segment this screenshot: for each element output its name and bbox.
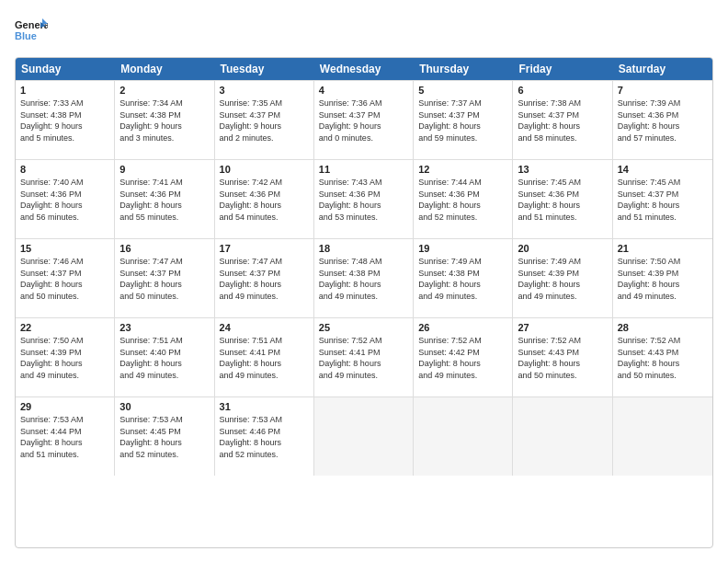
calendar-cell: 3 Sunrise: 7:35 AMSunset: 4:37 PMDayligh… xyxy=(215,81,314,159)
day-number: 19 xyxy=(418,243,507,254)
weekday-header: Monday xyxy=(115,58,214,80)
day-info: Sunrise: 7:52 AMSunset: 4:43 PMDaylight:… xyxy=(618,335,708,381)
day-info: Sunrise: 7:43 AMSunset: 4:36 PMDaylight:… xyxy=(319,177,408,223)
day-number: 16 xyxy=(119,243,209,254)
day-number: 25 xyxy=(319,322,408,333)
calendar-row: 22 Sunrise: 7:50 AMSunset: 4:39 PMDaylig… xyxy=(16,317,712,396)
calendar-cell: 21 Sunrise: 7:50 AMSunset: 4:39 PMDaylig… xyxy=(613,239,712,317)
weekday-header: Wednesday xyxy=(314,58,414,80)
calendar-cell: 18 Sunrise: 7:48 AMSunset: 4:38 PMDaylig… xyxy=(314,239,414,317)
calendar-cell: 9 Sunrise: 7:41 AMSunset: 4:36 PMDayligh… xyxy=(115,160,214,238)
calendar-cell: 31 Sunrise: 7:53 AMSunset: 4:46 PMDaylig… xyxy=(215,397,314,476)
day-info: Sunrise: 7:49 AMSunset: 4:39 PMDaylight:… xyxy=(518,256,607,302)
weekday-header: Saturday xyxy=(613,58,712,80)
page: General Blue SundayMondayTuesdayWednesda… xyxy=(0,0,728,563)
day-number: 4 xyxy=(319,85,408,96)
day-number: 29 xyxy=(20,401,109,412)
calendar-cell: 17 Sunrise: 7:47 AMSunset: 4:37 PMDaylig… xyxy=(215,239,314,317)
calendar-row: 29 Sunrise: 7:53 AMSunset: 4:44 PMDaylig… xyxy=(16,396,712,476)
day-number: 30 xyxy=(119,401,209,412)
day-number: 12 xyxy=(418,164,507,175)
day-info: Sunrise: 7:46 AMSunset: 4:37 PMDaylight:… xyxy=(20,256,109,302)
calendar-cell: 30 Sunrise: 7:53 AMSunset: 4:45 PMDaylig… xyxy=(115,397,214,476)
day-number: 13 xyxy=(518,164,607,175)
calendar-cell: 10 Sunrise: 7:42 AMSunset: 4:36 PMDaylig… xyxy=(215,160,314,238)
calendar-cell: 15 Sunrise: 7:46 AMSunset: 4:37 PMDaylig… xyxy=(16,239,115,317)
calendar-cell: 25 Sunrise: 7:52 AMSunset: 4:41 PMDaylig… xyxy=(314,318,414,396)
day-number: 21 xyxy=(618,243,708,254)
day-number: 27 xyxy=(518,322,607,333)
calendar-cell xyxy=(613,397,712,476)
calendar-cell: 14 Sunrise: 7:45 AMSunset: 4:37 PMDaylig… xyxy=(613,160,712,238)
calendar-row: 1 Sunrise: 7:33 AMSunset: 4:38 PMDayligh… xyxy=(16,80,712,159)
day-info: Sunrise: 7:37 AMSunset: 4:37 PMDaylight:… xyxy=(418,98,507,144)
calendar-cell: 5 Sunrise: 7:37 AMSunset: 4:37 PMDayligh… xyxy=(414,81,513,159)
weekday-header: Sunday xyxy=(16,58,115,80)
weekday-header: Thursday xyxy=(414,58,513,80)
day-info: Sunrise: 7:45 AMSunset: 4:36 PMDaylight:… xyxy=(518,177,607,223)
calendar-cell: 1 Sunrise: 7:33 AMSunset: 4:38 PMDayligh… xyxy=(16,81,115,159)
calendar-cell: 22 Sunrise: 7:50 AMSunset: 4:39 PMDaylig… xyxy=(16,318,115,396)
calendar-cell: 6 Sunrise: 7:38 AMSunset: 4:37 PMDayligh… xyxy=(513,81,612,159)
day-info: Sunrise: 7:52 AMSunset: 4:42 PMDaylight:… xyxy=(418,335,507,381)
day-info: Sunrise: 7:53 AMSunset: 4:44 PMDaylight:… xyxy=(20,414,109,460)
day-info: Sunrise: 7:49 AMSunset: 4:38 PMDaylight:… xyxy=(418,256,507,302)
day-info: Sunrise: 7:52 AMSunset: 4:43 PMDaylight:… xyxy=(518,335,607,381)
calendar-cell: 11 Sunrise: 7:43 AMSunset: 4:36 PMDaylig… xyxy=(314,160,414,238)
day-number: 5 xyxy=(418,85,507,96)
logo: General Blue xyxy=(15,15,48,48)
calendar-cell: 13 Sunrise: 7:45 AMSunset: 4:36 PMDaylig… xyxy=(513,160,612,238)
day-info: Sunrise: 7:44 AMSunset: 4:36 PMDaylight:… xyxy=(418,177,507,223)
day-number: 1 xyxy=(20,85,109,96)
calendar-row: 8 Sunrise: 7:40 AMSunset: 4:36 PMDayligh… xyxy=(16,159,712,238)
day-info: Sunrise: 7:36 AMSunset: 4:37 PMDaylight:… xyxy=(319,98,408,144)
calendar: SundayMondayTuesdayWednesdayThursdayFrid… xyxy=(15,57,713,548)
calendar-cell: 24 Sunrise: 7:51 AMSunset: 4:41 PMDaylig… xyxy=(215,318,314,396)
calendar-cell: 12 Sunrise: 7:44 AMSunset: 4:36 PMDaylig… xyxy=(414,160,513,238)
day-info: Sunrise: 7:38 AMSunset: 4:37 PMDaylight:… xyxy=(518,98,607,144)
day-info: Sunrise: 7:50 AMSunset: 4:39 PMDaylight:… xyxy=(20,335,109,381)
day-number: 8 xyxy=(20,164,109,175)
day-number: 14 xyxy=(618,164,708,175)
day-info: Sunrise: 7:34 AMSunset: 4:38 PMDaylight:… xyxy=(119,98,209,144)
day-number: 20 xyxy=(518,243,607,254)
day-number: 7 xyxy=(618,85,708,96)
calendar-body: 1 Sunrise: 7:33 AMSunset: 4:38 PMDayligh… xyxy=(16,80,712,476)
calendar-row: 15 Sunrise: 7:46 AMSunset: 4:37 PMDaylig… xyxy=(16,238,712,317)
calendar-cell: 29 Sunrise: 7:53 AMSunset: 4:44 PMDaylig… xyxy=(16,397,115,476)
svg-text:Blue: Blue xyxy=(15,30,37,41)
day-info: Sunrise: 7:53 AMSunset: 4:46 PMDaylight:… xyxy=(220,414,309,460)
day-info: Sunrise: 7:40 AMSunset: 4:36 PMDaylight:… xyxy=(20,177,109,223)
day-info: Sunrise: 7:47 AMSunset: 4:37 PMDaylight:… xyxy=(119,256,209,302)
calendar-cell: 16 Sunrise: 7:47 AMSunset: 4:37 PMDaylig… xyxy=(115,239,214,317)
day-info: Sunrise: 7:52 AMSunset: 4:41 PMDaylight:… xyxy=(319,335,408,381)
calendar-cell: 23 Sunrise: 7:51 AMSunset: 4:40 PMDaylig… xyxy=(115,318,214,396)
calendar-cell xyxy=(513,397,612,476)
day-number: 17 xyxy=(220,243,309,254)
calendar-cell: 20 Sunrise: 7:49 AMSunset: 4:39 PMDaylig… xyxy=(513,239,612,317)
day-info: Sunrise: 7:41 AMSunset: 4:36 PMDaylight:… xyxy=(119,177,209,223)
day-info: Sunrise: 7:48 AMSunset: 4:38 PMDaylight:… xyxy=(319,256,408,302)
day-number: 23 xyxy=(119,322,209,333)
calendar-cell xyxy=(314,397,414,476)
logo-bird-icon: General Blue xyxy=(15,15,48,48)
day-number: 31 xyxy=(220,401,309,412)
day-number: 28 xyxy=(618,322,708,333)
day-number: 15 xyxy=(20,243,109,254)
calendar-cell: 7 Sunrise: 7:39 AMSunset: 4:36 PMDayligh… xyxy=(613,81,712,159)
calendar-cell: 8 Sunrise: 7:40 AMSunset: 4:36 PMDayligh… xyxy=(16,160,115,238)
day-number: 18 xyxy=(319,243,408,254)
day-number: 2 xyxy=(119,85,209,96)
weekday-header: Friday xyxy=(513,58,612,80)
day-info: Sunrise: 7:45 AMSunset: 4:37 PMDaylight:… xyxy=(618,177,708,223)
calendar-cell: 4 Sunrise: 7:36 AMSunset: 4:37 PMDayligh… xyxy=(314,81,414,159)
day-number: 9 xyxy=(119,164,209,175)
day-number: 11 xyxy=(319,164,408,175)
day-number: 24 xyxy=(220,322,309,333)
day-number: 6 xyxy=(518,85,607,96)
day-info: Sunrise: 7:51 AMSunset: 4:40 PMDaylight:… xyxy=(119,335,209,381)
weekday-header: Tuesday xyxy=(215,58,314,80)
calendar-cell xyxy=(414,397,513,476)
day-info: Sunrise: 7:53 AMSunset: 4:45 PMDaylight:… xyxy=(119,414,209,460)
day-info: Sunrise: 7:35 AMSunset: 4:37 PMDaylight:… xyxy=(220,98,309,144)
